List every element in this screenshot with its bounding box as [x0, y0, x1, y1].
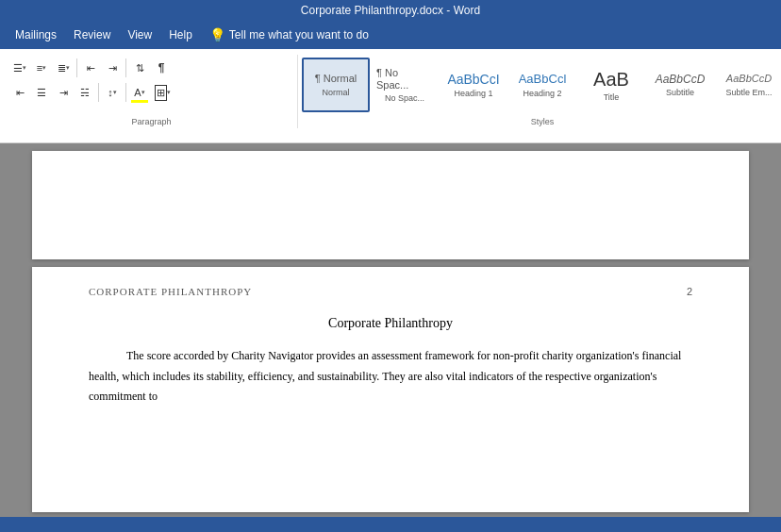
paragraph-section: ☰ ▾ ≡ ▾ ≣ ▾ ⇥ ⇥: [6, 55, 298, 128]
paragraph-row1: ☰ ▾ ≡ ▾ ≣ ▾ ⇥ ⇥: [9, 57, 293, 79]
h2-label: Heading 2: [523, 89, 561, 98]
title-bar-text: Corporate Philanthropy.docx - Word: [301, 4, 480, 17]
style-heading1[interactable]: AaBbCcI Heading 1: [440, 58, 507, 112]
separator: [76, 58, 77, 77]
document-body[interactable]: The score accorded by Charity Navigator …: [89, 346, 692, 407]
separator2: [125, 58, 126, 77]
style-no-spacing[interactable]: ¶ No Spac... No Spac...: [371, 58, 439, 112]
styles-label: Styles: [298, 115, 781, 128]
menu-mailings[interactable]: Mailings: [8, 25, 64, 45]
styles-section-container: ¶ Normal Normal ¶ No Spac... No Spac... …: [298, 55, 781, 128]
separator4: [125, 83, 126, 102]
align-left-button[interactable]: ⇤: [9, 81, 30, 104]
menu-view[interactable]: View: [120, 25, 159, 45]
title-preview: AaB: [593, 68, 629, 91]
normal-preview: ¶ Normal: [315, 73, 357, 85]
h1-label: Heading 1: [454, 89, 492, 98]
separator3: [98, 83, 99, 102]
status-bar: [0, 517, 781, 532]
h1-preview: AaBbCcI: [447, 72, 499, 88]
page-number: 2: [687, 286, 692, 297]
paragraph-row2: ⇤ ☰ ⇥ ☵ ↕ ▾ A: [9, 81, 293, 104]
tell-me-bar[interactable]: 💡 Tell me what you want to do: [209, 27, 369, 42]
menu-help[interactable]: Help: [161, 25, 200, 45]
align-center-button[interactable]: ☰: [31, 81, 52, 104]
tell-me-text: Tell me what you want to do: [229, 28, 369, 42]
body-paragraph: The score accorded by Charity Navigator …: [89, 346, 692, 407]
line-spacing-button[interactable]: ↕ ▾: [102, 81, 123, 104]
style-subtitle[interactable]: AaBbCcD Subtitle: [646, 58, 714, 112]
title-label: Title: [604, 92, 620, 102]
document-title: Corporate Philanthropy: [89, 316, 692, 331]
justify-button[interactable]: ☵: [75, 81, 95, 104]
page-1: [32, 151, 749, 259]
page-header: CORPORATE PHILANTHROPY 2: [89, 286, 692, 301]
sort-button[interactable]: ⇅: [129, 57, 150, 79]
page-2[interactable]: CORPORATE PHILANTHROPY 2 Corporate Phila…: [32, 267, 749, 512]
numbering-button[interactable]: ≡ ▾: [31, 57, 52, 79]
title-bar: Corporate Philanthropy.docx - Word: [0, 0, 781, 21]
h2-preview: AaBbCcl: [519, 72, 567, 87]
decrease-indent-button[interactable]: ⇥: [80, 57, 101, 79]
document-area: CORPORATE PHILANTHROPY 2 Corporate Phila…: [0, 143, 781, 517]
increase-indent-button[interactable]: ⇥: [102, 57, 123, 79]
style-subtle[interactable]: AaBbCcD Subtle Em...: [715, 58, 781, 112]
lightbulb-icon: 💡: [209, 27, 225, 42]
subtitle-label: Subtitle: [666, 88, 694, 97]
align-right-button[interactable]: ⇥: [53, 81, 74, 104]
borders-button[interactable]: ⊞ ▾: [151, 81, 174, 104]
page-header-title: CORPORATE PHILANTHROPY: [89, 286, 252, 297]
paragraph-label: Paragraph: [9, 115, 293, 126]
subtle-label: Subtle Em...: [725, 88, 772, 97]
style-heading2[interactable]: AaBbCcl Heading 2: [508, 58, 576, 112]
ribbon-main: ☰ ▾ ≡ ▾ ≣ ▾ ⇥ ⇥: [4, 53, 777, 130]
styles-area: ¶ Normal Normal ¶ No Spac... No Spac... …: [298, 55, 781, 115]
shading-color: [131, 100, 148, 103]
style-title[interactable]: AaB Title: [577, 58, 645, 112]
subtle-preview: AaBbCcD: [726, 73, 772, 85]
nospace-preview: ¶ No Spac...: [376, 67, 433, 91]
subtitle-preview: AaBbCcD: [656, 73, 706, 86]
style-normal[interactable]: ¶ Normal Normal: [302, 58, 370, 112]
nospace-label: No Spac...: [385, 93, 424, 103]
menu-review[interactable]: Review: [66, 25, 118, 45]
menu-bar: Mailings Review View Help 💡 Tell me what…: [0, 21, 781, 49]
normal-label: Normal: [322, 88, 349, 97]
shading-button[interactable]: A ▾: [129, 81, 150, 104]
ribbon: ☰ ▾ ≡ ▾ ≣ ▾ ⇥ ⇥: [0, 49, 781, 143]
show-hide-button[interactable]: ¶: [151, 57, 172, 79]
multilevel-button[interactable]: ≣ ▾: [53, 57, 74, 79]
bullets-button[interactable]: ☰ ▾: [9, 57, 30, 79]
